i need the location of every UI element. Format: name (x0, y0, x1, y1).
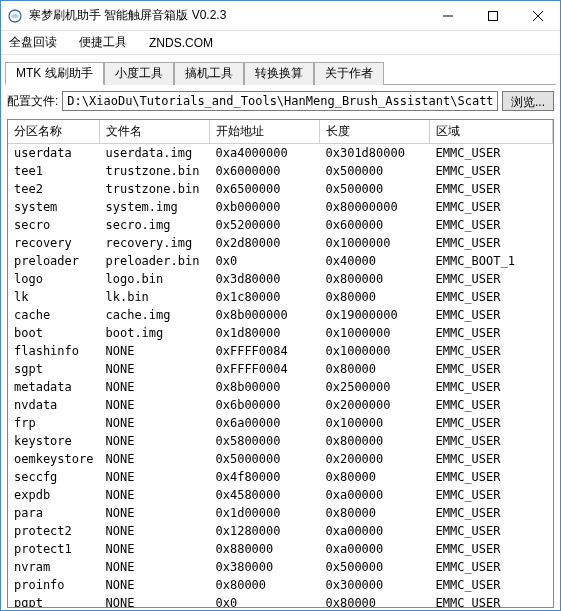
cell: 0xb000000 (209, 198, 319, 216)
table-row[interactable]: frpNONE0x6a000000x100000EMMC_USER (8, 414, 553, 432)
cell: 0x1000000 (319, 234, 429, 252)
config-path-input[interactable] (62, 91, 498, 111)
config-row: 配置文件: 浏览... (7, 91, 554, 111)
cell: tee1 (8, 162, 99, 180)
menu-full-read[interactable]: 全盘回读 (5, 32, 61, 53)
cell: 0x800000 (319, 432, 429, 450)
cell: EMMC_USER (429, 576, 552, 594)
tab-xiaodu[interactable]: 小度工具 (104, 62, 174, 85)
cell: tee2 (8, 180, 99, 198)
table-row[interactable]: pgptNONE0x00x80000EMMC_USER (8, 594, 553, 608)
table-row[interactable]: preloaderpreloader.bin0x00x40000EMMC_BOO… (8, 252, 553, 270)
cell: NONE (99, 396, 209, 414)
cell: 0xa00000 (319, 522, 429, 540)
table-row[interactable]: seccfgNONE0x4f800000x80000EMMC_USER (8, 468, 553, 486)
cell: EMMC_USER (429, 558, 552, 576)
cell: 0x0 (209, 594, 319, 608)
table-row[interactable]: protect2NONE0x12800000xa00000EMMC_USER (8, 522, 553, 540)
close-button[interactable] (515, 1, 560, 30)
cell: NONE (99, 468, 209, 486)
titlebar: 寒梦刷机助手 智能触屏音箱版 V0.2.3 (1, 1, 560, 31)
cell: cache (8, 306, 99, 324)
table-row[interactable]: oemkeystoreNONE0x50000000x200000EMMC_USE… (8, 450, 553, 468)
cell: preloader (8, 252, 99, 270)
table-row[interactable]: userdatauserdata.img0xa40000000x301d8000… (8, 144, 553, 163)
table-row[interactable]: tee2trustzone.bin0x65000000x500000EMMC_U… (8, 180, 553, 198)
config-label: 配置文件: (7, 93, 58, 110)
table-row[interactable]: expdbNONE0x45800000xa00000EMMC_USER (8, 486, 553, 504)
cell: EMMC_USER (429, 324, 552, 342)
partition-table-container: 分区名称 文件名 开始地址 长度 区域 userdatauserdata.img… (7, 119, 554, 608)
cell: 0x6000000 (209, 162, 319, 180)
cell: EMMC_USER (429, 360, 552, 378)
table-row[interactable]: metadataNONE0x8b000000x2500000EMMC_USER (8, 378, 553, 396)
cell: EMMC_USER (429, 414, 552, 432)
table-row[interactable]: protect1NONE0x8800000xa00000EMMC_USER (8, 540, 553, 558)
cell: userdata.img (99, 144, 209, 163)
cell: 0x500000 (319, 558, 429, 576)
table-row[interactable]: nvdataNONE0x6b000000x2000000EMMC_USER (8, 396, 553, 414)
cell: NONE (99, 522, 209, 540)
table-row[interactable]: bootboot.img0x1d800000x1000000EMMC_USER (8, 324, 553, 342)
cell: 0x6500000 (209, 180, 319, 198)
cell: protect2 (8, 522, 99, 540)
cell: 0x500000 (319, 162, 429, 180)
cell: EMMC_USER (429, 306, 552, 324)
table-row[interactable]: secrosecro.img0x52000000x600000EMMC_USER (8, 216, 553, 234)
cell: protect1 (8, 540, 99, 558)
col-length[interactable]: 长度 (319, 120, 429, 144)
browse-button[interactable]: 浏览... (502, 91, 554, 111)
cell: 0x301d80000 (319, 144, 429, 163)
cell: nvram (8, 558, 99, 576)
cell: NONE (99, 342, 209, 360)
table-row[interactable]: paraNONE0x1d000000x80000EMMC_USER (8, 504, 553, 522)
cell: EMMC_USER (429, 198, 552, 216)
col-file-name[interactable]: 文件名 (99, 120, 209, 144)
cell: boot.img (99, 324, 209, 342)
cell: pgpt (8, 594, 99, 608)
cell: seccfg (8, 468, 99, 486)
svg-rect-2 (488, 11, 497, 20)
table-row[interactable]: lklk.bin0x1c800000x80000EMMC_USER (8, 288, 553, 306)
cell: EMMC_USER (429, 270, 552, 288)
table-row[interactable]: keystoreNONE0x58000000x800000EMMC_USER (8, 432, 553, 450)
col-partition-name[interactable]: 分区名称 (8, 120, 99, 144)
cell: preloader.bin (99, 252, 209, 270)
col-start-addr[interactable]: 开始地址 (209, 120, 319, 144)
table-row[interactable]: sgptNONE0xFFFF00040x80000EMMC_USER (8, 360, 553, 378)
cell: NONE (99, 504, 209, 522)
tab-gaoji[interactable]: 搞机工具 (174, 62, 244, 85)
cell: cache.img (99, 306, 209, 324)
cell: 0x500000 (319, 180, 429, 198)
table-row[interactable]: proinfoNONE0x800000x300000EMMC_USER (8, 576, 553, 594)
tab-mtk[interactable]: MTK 线刷助手 (5, 62, 104, 85)
cell: 0x8b00000 (209, 378, 319, 396)
cell: NONE (99, 360, 209, 378)
menu-znds[interactable]: ZNDS.COM (145, 34, 217, 52)
cell: logo.bin (99, 270, 209, 288)
table-row[interactable]: recoveryrecovery.img0x2d800000x1000000EM… (8, 234, 553, 252)
tab-about[interactable]: 关于作者 (314, 62, 384, 85)
cell: 0x5200000 (209, 216, 319, 234)
maximize-button[interactable] (470, 1, 515, 30)
window-controls (425, 1, 560, 30)
table-row[interactable]: systemsystem.img0xb0000000x80000000EMMC_… (8, 198, 553, 216)
cell: 0x80000 (209, 576, 319, 594)
tabs: MTK 线刷助手 小度工具 搞机工具 转换换算 关于作者 (5, 61, 556, 85)
cell: 0x80000000 (319, 198, 429, 216)
cell: 0x880000 (209, 540, 319, 558)
menu-tools[interactable]: 便捷工具 (75, 32, 131, 53)
cell: 0x300000 (319, 576, 429, 594)
table-row[interactable]: cachecache.img0x8b0000000x19000000EMMC_U… (8, 306, 553, 324)
cell: 0x1000000 (319, 342, 429, 360)
table-row[interactable]: flashinfoNONE0xFFFF00840x1000000EMMC_USE… (8, 342, 553, 360)
table-row[interactable]: nvramNONE0x3800000x500000EMMC_USER (8, 558, 553, 576)
table-row[interactable]: tee1trustzone.bin0x60000000x500000EMMC_U… (8, 162, 553, 180)
col-region[interactable]: 区域 (429, 120, 552, 144)
tab-convert[interactable]: 转换换算 (244, 62, 314, 85)
cell: 0x40000 (319, 252, 429, 270)
table-body: userdatauserdata.img0xa40000000x301d8000… (8, 144, 553, 609)
table-row[interactable]: logologo.bin0x3d800000x800000EMMC_USER (8, 270, 553, 288)
window-title: 寒梦刷机助手 智能触屏音箱版 V0.2.3 (29, 7, 425, 24)
minimize-button[interactable] (425, 1, 470, 30)
